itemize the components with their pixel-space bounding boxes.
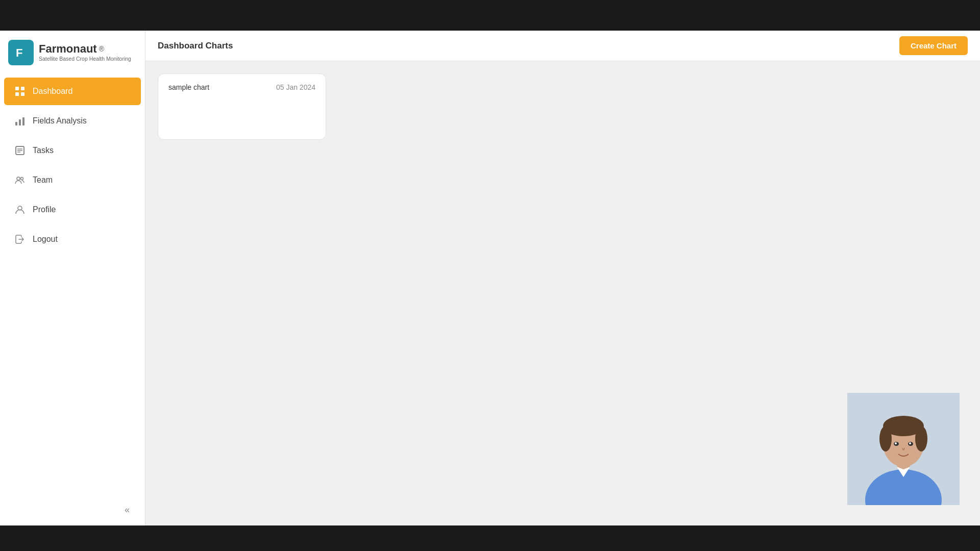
svg-rect-6 (15, 122, 17, 126)
sidebar-logo: F Farmonaut ® Satellite Based Crop Healt… (0, 31, 145, 71)
svg-point-21 (879, 426, 892, 452)
chart-card-date: 05 Jan 2024 (276, 83, 315, 91)
sidebar-nav: Dashboard Fields Analysis (0, 71, 145, 494)
chart-card-header: sample chart 05 Jan 2024 (168, 83, 315, 91)
logo-icon: F (8, 40, 34, 65)
sidebar-item-team[interactable]: Team (4, 166, 141, 194)
chart-card-title: sample chart (168, 83, 209, 91)
svg-point-28 (909, 442, 911, 444)
sidebar-item-fields-analysis[interactable]: Fields Analysis (4, 107, 141, 135)
svg-rect-7 (19, 119, 21, 126)
svg-rect-8 (22, 117, 24, 126)
logo-title-row: Farmonaut ® (39, 43, 131, 55)
svg-point-13 (17, 177, 20, 180)
collapse-button[interactable]: « (119, 502, 135, 517)
sidebar-item-logout-label: Logout (33, 235, 58, 244)
video-overlay (847, 393, 960, 505)
sidebar-item-dashboard[interactable]: Dashboard (4, 78, 141, 105)
svg-rect-4 (15, 92, 19, 96)
sidebar-item-tasks[interactable]: Tasks (4, 137, 141, 164)
sidebar-item-dashboard-label: Dashboard (33, 87, 72, 96)
svg-point-27 (895, 442, 897, 444)
create-chart-button[interactable]: Create Chart (899, 36, 968, 55)
main-header: Dashboard Charts Create Chart (145, 31, 980, 61)
fields-analysis-icon (14, 115, 26, 127)
bottom-black-bar (0, 525, 980, 551)
sidebar-item-profile-label: Profile (33, 205, 56, 214)
profile-icon (14, 204, 26, 215)
person-video (847, 393, 960, 505)
page-title: Dashboard Charts (158, 41, 233, 51)
logout-icon (14, 234, 26, 245)
sidebar-item-team-label: Team (33, 176, 53, 185)
logo-text-group: Farmonaut ® Satellite Based Crop Health … (39, 43, 131, 62)
dashboard-icon (14, 86, 26, 97)
chart-card-1[interactable]: sample chart 05 Jan 2024 (158, 73, 326, 140)
svg-point-14 (21, 178, 23, 180)
sidebar-item-logout[interactable]: Logout (4, 226, 141, 253)
svg-point-22 (915, 426, 927, 452)
team-icon (14, 174, 26, 186)
sidebar-item-tasks-label: Tasks (33, 146, 54, 155)
sidebar-collapse-area: « (0, 494, 145, 525)
app-container: F Farmonaut ® Satellite Based Crop Healt… (0, 31, 980, 525)
svg-rect-3 (21, 87, 24, 90)
svg-rect-5 (21, 92, 24, 96)
logo-registered: ® (99, 45, 104, 53)
main-body: sample chart 05 Jan 2024 (145, 61, 980, 525)
main-content: Dashboard Charts Create Chart sample cha… (145, 31, 980, 525)
sidebar: F Farmonaut ® Satellite Based Crop Healt… (0, 31, 145, 525)
tasks-icon (14, 145, 26, 156)
logo-subtitle: Satellite Based Crop Health Monitoring (39, 56, 131, 62)
logo-name: Farmonaut (39, 43, 97, 55)
sidebar-item-profile[interactable]: Profile (4, 196, 141, 223)
sidebar-item-fields-analysis-label: Fields Analysis (33, 116, 87, 126)
svg-rect-2 (15, 87, 19, 90)
svg-text:F: F (16, 46, 22, 59)
top-black-bar (0, 0, 980, 31)
